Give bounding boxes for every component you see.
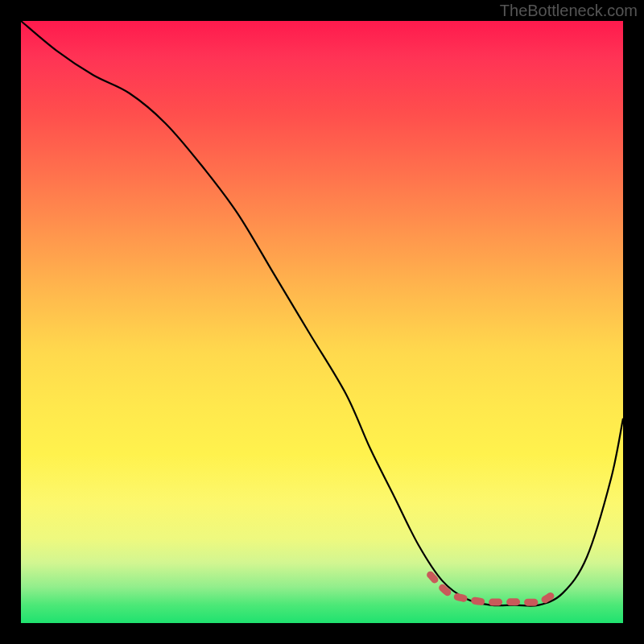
bottleneck-curve — [21, 21, 623, 606]
plot-area — [21, 21, 623, 623]
watermark-text: TheBottleneck.com — [500, 2, 638, 20]
chart-svg — [21, 21, 623, 623]
optimal-range-marker — [431, 575, 551, 602]
chart-container: TheBottleneck.com — [0, 0, 644, 644]
